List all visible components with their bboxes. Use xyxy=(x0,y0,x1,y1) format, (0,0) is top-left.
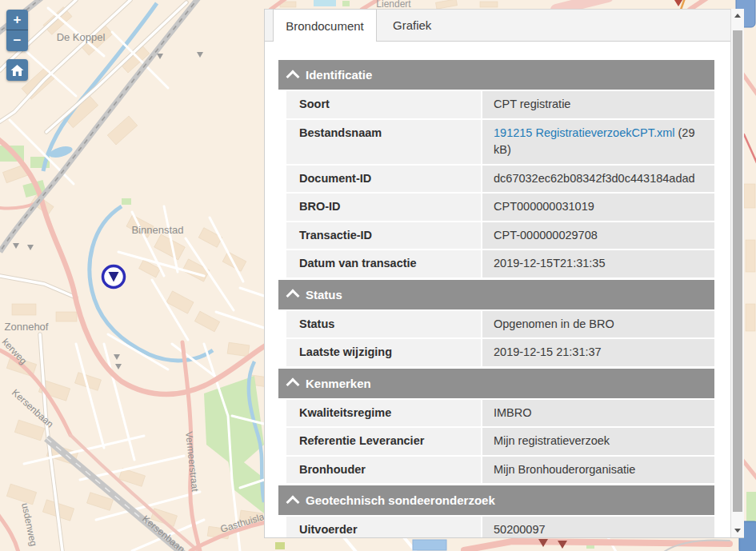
map-label: Zonnehof xyxy=(5,321,49,333)
table-row: Uitvoerder50200097 xyxy=(286,517,714,537)
scrollbar-down-button[interactable] xyxy=(731,524,744,537)
table-row: Referentie LeverancierMijn registratieve… xyxy=(286,428,714,455)
detail-panel: Brondocument Grafiek IdentificatieSoortC… xyxy=(264,9,744,538)
home-icon xyxy=(10,64,24,77)
tab-bar-rest: Grafiek xyxy=(377,9,731,42)
row-value: Mijn registratieverzoek xyxy=(482,428,714,455)
row-value: 50200097 xyxy=(482,517,714,537)
scroll-up-icon xyxy=(734,14,741,18)
row-label: Datum van transactie xyxy=(286,250,481,277)
tab-grafiek[interactable]: Grafiek xyxy=(377,18,431,32)
table-row: Transactie-IDCPT-000000029708 xyxy=(286,222,714,250)
table-row: BronhouderMijn Bronhouderorganisatie xyxy=(286,457,714,484)
row-label: Uitvoerder xyxy=(286,517,481,537)
row-value: Opgenomen in de BRO xyxy=(482,311,714,338)
section-title: Status xyxy=(306,288,342,301)
row-label: Transactie-ID xyxy=(286,222,481,250)
chevron-up-icon xyxy=(286,495,300,509)
row-value: CPT registratie xyxy=(482,91,714,118)
section-header[interactable]: Kenmerken xyxy=(278,369,714,398)
row-label: Document-ID xyxy=(286,166,481,193)
row-label: Kwaliteitsregime xyxy=(286,400,481,427)
panel-scrollbar[interactable] xyxy=(730,9,744,537)
row-value: 2019-12-15T21:31:35 xyxy=(482,250,714,277)
zoom-in-button[interactable]: + xyxy=(6,10,28,30)
cpt-location-marker[interactable] xyxy=(103,266,125,288)
scroll-down-icon xyxy=(734,529,741,533)
chevron-up-icon xyxy=(286,289,300,303)
row-value: dc67032ec62b08342f3d0c443184adad xyxy=(482,166,714,193)
row-value: CPT000000031019 xyxy=(482,194,714,221)
section-header[interactable]: Identificatie xyxy=(278,60,714,90)
table-row: KwaliteitsregimeIMBRO xyxy=(286,400,714,427)
row-value: Mijn Bronhouderorganisatie xyxy=(482,457,714,484)
tab-bar: Brondocument Grafiek xyxy=(265,9,731,42)
chevron-up-icon xyxy=(286,378,300,392)
tab-brondocument[interactable]: Brondocument xyxy=(273,9,377,42)
row-label: Bestandsnaam xyxy=(286,120,481,164)
home-button[interactable] xyxy=(6,59,28,81)
map-label: De Koppel xyxy=(57,31,106,43)
tab-bar-stub xyxy=(265,9,273,42)
row-label: BRO-ID xyxy=(286,194,481,221)
table-row: Document-IDdc67032ec62b08342f3d0c443184a… xyxy=(286,166,714,193)
section-title: Kenmerken xyxy=(306,377,371,390)
zoom-out-button[interactable]: − xyxy=(6,30,28,51)
row-value: IMBRO xyxy=(482,400,714,427)
table-row: Laatste wijziging2019-12-15 21:31:37 xyxy=(286,339,714,366)
row-value: CPT-000000029708 xyxy=(482,222,714,250)
map-label: Binnenstad xyxy=(131,224,183,236)
section-header[interactable]: Status xyxy=(278,280,714,309)
row-label: Bronhouder xyxy=(286,457,481,484)
tab-brondocument-label: Brondocument xyxy=(286,19,364,33)
table-row: SoortCPT registratie xyxy=(286,91,714,118)
scrollbar-up-button[interactable] xyxy=(731,9,744,22)
chevron-up-icon xyxy=(286,70,300,83)
row-value: 2019-12-15 21:31:37 xyxy=(482,339,714,366)
section-title: Identificatie xyxy=(306,68,372,82)
document-sections: IdentificatieSoortCPT registratieBestand… xyxy=(278,42,714,537)
table-row: StatusOpgenomen in de BRO xyxy=(286,311,714,338)
section-header[interactable]: Geotechnisch sondeeronderzoek xyxy=(278,485,714,515)
row-value: 191215 RegistratieverzoekCPT.xml (29 kB) xyxy=(482,120,714,164)
row-label: Laatste wijziging xyxy=(286,339,481,366)
section-title: Geotechnisch sondeeronderzoek xyxy=(306,493,495,507)
scrollbar-thumb[interactable] xyxy=(733,30,742,512)
table-row: Datum van transactie2019-12-15T21:31:35 xyxy=(286,250,714,277)
file-link[interactable]: 191215 RegistratieverzoekCPT.xml xyxy=(494,126,674,139)
row-label: Soort xyxy=(286,91,481,118)
table-row: BRO-IDCPT000000031019 xyxy=(286,194,714,221)
row-label: Status xyxy=(286,311,481,338)
row-label: Referentie Leverancier xyxy=(286,428,481,455)
table-row: Bestandsnaam191215 RegistratieverzoekCPT… xyxy=(286,120,714,164)
